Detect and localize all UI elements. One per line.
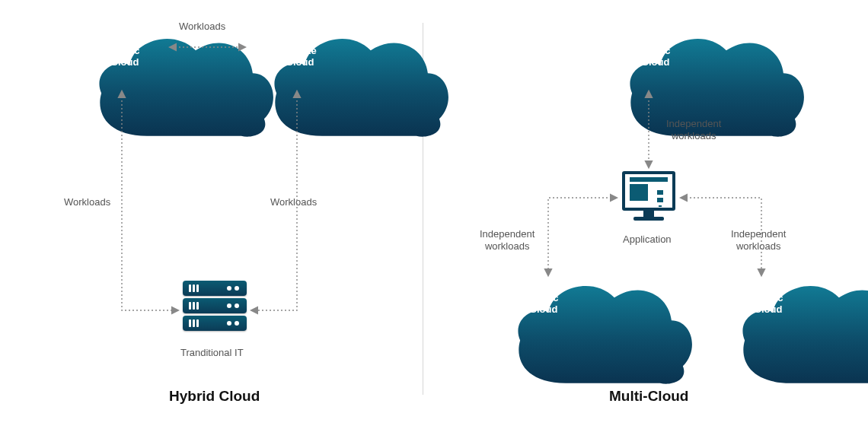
hybrid-private-cloud-icon: Private Cloud bbox=[244, 30, 343, 91]
hybrid-title: Hybrid Cloud bbox=[169, 388, 260, 405]
diagram-stage: Public Cloud Private Cloud Workloads Wor… bbox=[0, 0, 868, 448]
rack-label: Tranditional IT bbox=[180, 347, 244, 359]
multi-left-cloud-label: Public Cloud bbox=[487, 293, 586, 316]
multi-right-arrow-label: Independent workloads bbox=[731, 228, 786, 252]
server-rack-icon bbox=[183, 278, 247, 333]
hybrid-public-cloud-label: Public Cloud bbox=[69, 46, 168, 68]
multi-title: Multi-Cloud bbox=[609, 388, 688, 405]
multi-right-cloud-label: Public Cloud bbox=[712, 293, 811, 316]
multi-top-arrow-label: Independent workloads bbox=[666, 118, 721, 141]
hybrid-top-arrow-label: Workloads bbox=[179, 21, 225, 33]
hybrid-right-arrow-label: Workloads bbox=[270, 196, 317, 208]
hybrid-public-cloud-icon: Public Cloud bbox=[69, 30, 168, 91]
multi-left-cloud-icon: Public Cloud bbox=[487, 278, 586, 338]
multi-top-cloud-label: Public Cloud bbox=[599, 46, 698, 68]
hybrid-private-cloud-label: Private Cloud bbox=[244, 46, 343, 68]
multi-top-cloud-icon: Public Cloud bbox=[599, 30, 698, 91]
multi-right-cloud-icon: Public Cloud bbox=[712, 278, 811, 338]
application-label: Application bbox=[623, 234, 672, 246]
application-icon bbox=[622, 171, 675, 221]
hybrid-left-arrow-label: Workloads bbox=[64, 196, 110, 208]
multi-left-arrow-label: Independent workloads bbox=[480, 228, 535, 252]
